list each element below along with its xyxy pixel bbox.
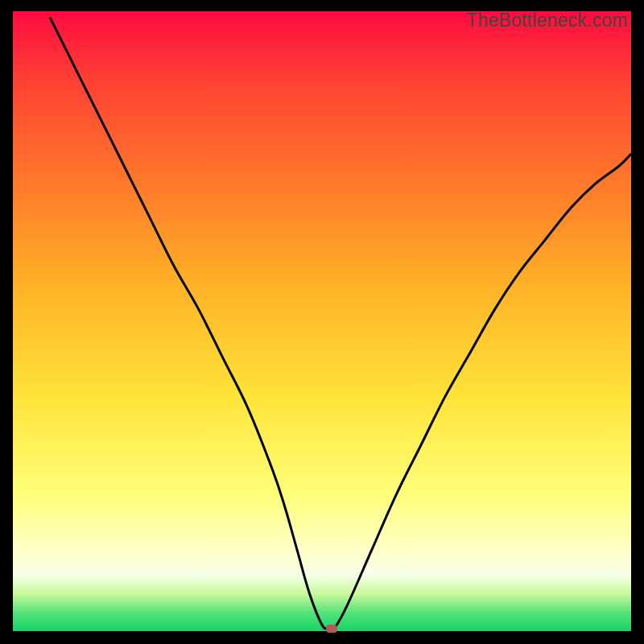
optimum-marker: [326, 625, 337, 633]
chart-frame: TheBottleneck.com: [0, 0, 644, 644]
curve-path: [50, 18, 631, 630]
bottleneck-curve: [13, 11, 631, 631]
plot-area: TheBottleneck.com: [13, 11, 631, 631]
